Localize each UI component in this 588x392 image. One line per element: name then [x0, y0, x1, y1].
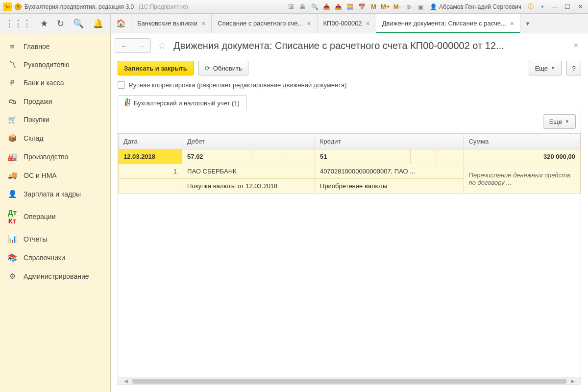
top-toolbar: ⋮⋮⋮ ★ ↻ 🔍 🔔 🏠 Банковские выписки × Списа… [0, 14, 588, 33]
sidebar-item-label: Зарплата и кадры [24, 190, 81, 198]
star-icon[interactable]: ☆ [158, 40, 167, 51]
cell-debit-detail: Покупка валюты от 12.03.2018 [182, 179, 315, 194]
panel-icon[interactable]: ▣ [416, 2, 425, 11]
sidebar-item-production[interactable]: 🏭Производство [0, 147, 110, 166]
search-icon[interactable]: 🔍 [73, 18, 84, 29]
calc-icon[interactable]: 🧮 [345, 2, 354, 11]
mem-mminus[interactable]: M- [392, 2, 401, 11]
tabs-dropdown[interactable]: ▼ [520, 14, 535, 33]
sidebar-item-main[interactable]: ≡Главное [0, 37, 110, 55]
chevron-down-icon: ▼ [565, 119, 569, 124]
scrollbar-thumb[interactable] [132, 379, 567, 384]
inner-tab-label: Бухгалтерский и налоговый учет (1) [134, 99, 240, 107]
nav-back-button[interactable]: ← [115, 39, 133, 52]
col-date[interactable]: Дата [119, 134, 182, 149]
tab-accounting[interactable]: ДтКт Бухгалтерский и налоговый учет (1) [118, 95, 247, 110]
sidebar-item-bank[interactable]: ₽Банк и касса [0, 74, 110, 92]
cell-empty [119, 179, 182, 194]
mem-mplus[interactable]: M+ [381, 2, 390, 11]
horizontal-scrollbar[interactable]: ◀ ▶ [118, 377, 581, 385]
close-icon[interactable]: × [307, 20, 311, 27]
page-title: Движения документа: Списание с расчетног… [173, 40, 567, 51]
user-info[interactable]: 👤 Абрамов Геннадий Сергеевич [428, 3, 523, 10]
sidebar-item-sales[interactable]: 🛍Продажи [0, 92, 110, 110]
close-doc-button[interactable]: × [571, 41, 581, 50]
help-button[interactable]: ? [566, 61, 581, 75]
nav-forward-button[interactable]: → [133, 39, 150, 52]
grid-more-button[interactable]: Еще▼ [543, 114, 576, 129]
cell-credit: 51 [315, 149, 411, 164]
more-button[interactable]: Еще▼ [529, 61, 562, 75]
ruble-icon: ₽ [8, 78, 17, 87]
history-icon[interactable]: ↻ [57, 18, 64, 29]
user-name: Абрамов Геннадий Сергеевич [439, 3, 521, 10]
info-icon[interactable]: ⓘ [526, 2, 535, 11]
close-icon[interactable]: × [366, 20, 370, 27]
col-credit[interactable]: Кредит [315, 134, 464, 149]
button-label: Еще [535, 65, 548, 72]
sidebar-item-operations[interactable]: ДтКтОперации [0, 203, 110, 230]
dtkt-icon: ДтКт [8, 208, 17, 225]
save-icon[interactable]: 🖫 [287, 2, 295, 11]
sidebar-item-warehouse[interactable]: 📦Склад [0, 129, 110, 147]
close-icon[interactable]: × [510, 20, 514, 27]
calendar-icon[interactable]: 📅 [357, 2, 366, 11]
sidebar-item-references[interactable]: 📚Справочники [0, 248, 110, 267]
scroll-right-icon[interactable]: ▶ [571, 378, 575, 384]
cell-debit-detail: ПАО СБЕРБАНК [182, 164, 315, 179]
sidebar-item-assets[interactable]: 🚚ОС и НМА [0, 166, 110, 185]
cell-credit-detail: 40702810000000000007, ПАО ... [315, 164, 464, 179]
minimize-button[interactable]: — [550, 2, 560, 11]
tab-bank-statements[interactable]: Банковские выписки × [131, 14, 212, 33]
sidebar-item-manager[interactable]: 〽Руководителю [0, 55, 110, 74]
zoom-icon[interactable]: ⊕ [404, 2, 413, 11]
table-header-row: Дата Дебет Кредит Сумма [119, 134, 581, 149]
print-icon[interactable]: 🖶 [298, 2, 307, 11]
preview-icon[interactable]: 🔍 [310, 2, 319, 11]
button-label: Обновить [213, 65, 242, 72]
bar-chart-icon: 📊 [8, 235, 17, 244]
maximize-button[interactable]: ☐ [563, 2, 572, 11]
tab-writeoff[interactable]: Списание с расчетного сче... × [212, 14, 317, 33]
save-close-button[interactable]: Записать и закрыть [118, 61, 194, 75]
logo-1c: 1c [3, 2, 12, 11]
bell-icon[interactable]: 🔔 [93, 18, 103, 29]
button-label: Еще [549, 118, 562, 125]
person-icon: 👤 [8, 190, 17, 198]
col-debit[interactable]: Дебет [182, 134, 315, 149]
manual-edit-label: Ручная корректировка (разрешает редактир… [129, 81, 347, 89]
favorite-icon[interactable]: ★ [40, 18, 48, 29]
sidebar-item-admin[interactable]: ⚙Администрирование [0, 267, 110, 286]
data-grid[interactable]: Дата Дебет Кредит Сумма 12.03.2018 57.02… [118, 133, 581, 377]
table-row[interactable]: 12.03.2018 57.02 51 320 000,00 [119, 149, 581, 164]
compare-icon[interactable]: 📥 [322, 2, 331, 11]
mem-m[interactable]: M [369, 2, 378, 11]
col-sum[interactable]: Сумма [464, 134, 581, 149]
cell-rownum: 1 [119, 164, 182, 179]
sidebar-item-label: Покупки [24, 116, 49, 123]
apps-icon[interactable]: ⋮⋮⋮ [5, 18, 31, 29]
tab-doc-number[interactable]: КП00-000002 × [318, 14, 376, 33]
sidebar: ≡Главное 〽Руководителю ₽Банк и касса 🛍Пр… [0, 33, 111, 392]
dtkt-icon: ДтКт [125, 99, 131, 107]
sidebar-item-purchases[interactable]: 🛒Покупки [0, 110, 110, 129]
scroll-left-icon[interactable]: ◀ [124, 378, 128, 384]
table-row[interactable]: 1 ПАО СБЕРБАНК 40702810000000000007, ПАО… [119, 164, 581, 179]
sidebar-item-hr[interactable]: 👤Зарплата и кадры [0, 185, 110, 203]
info-drop[interactable]: ▼ [538, 2, 547, 11]
export-icon[interactable]: 📤 [334, 2, 343, 11]
tab-movements[interactable]: Движения документа: Списание с расче... … [376, 14, 520, 33]
cell-sum: 320 000,00 [464, 149, 581, 164]
sidebar-item-label: Руководителю [24, 61, 69, 69]
refresh-button[interactable]: ⟳Обновить [198, 61, 248, 75]
refresh-icon: ⟳ [205, 65, 210, 72]
home-button[interactable]: 🏠 [111, 14, 131, 33]
gear-icon: ⚙ [8, 272, 17, 281]
title-dropdown[interactable]: ▼ [15, 3, 22, 10]
manual-edit-checkbox[interactable] [118, 81, 125, 89]
close-icon[interactable]: × [201, 20, 205, 27]
factory-icon: 🏭 [8, 152, 17, 161]
sidebar-item-label: Операции [24, 213, 56, 220]
close-window-button[interactable]: ✕ [575, 2, 585, 11]
sidebar-item-reports[interactable]: 📊Отчеты [0, 230, 110, 248]
